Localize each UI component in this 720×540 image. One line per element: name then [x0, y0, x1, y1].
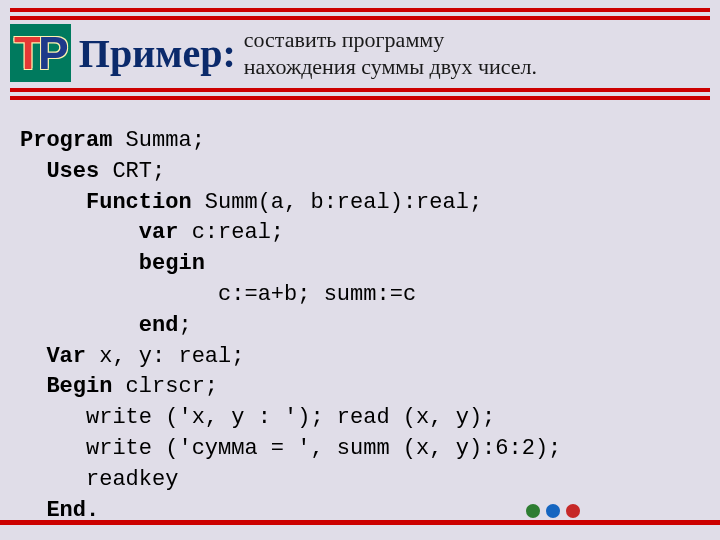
divider-bottom	[0, 520, 720, 525]
code-listing: Program Summa; Uses CRT; Function Summ(a…	[0, 114, 720, 536]
kw-begin2: Begin	[46, 374, 112, 399]
dot-green-icon	[526, 504, 540, 518]
kw-program: Program	[20, 128, 112, 153]
divider-top-4	[10, 96, 710, 100]
logo-letter-t: T	[14, 27, 38, 79]
subtitle-line-1: составить программу	[244, 27, 444, 52]
header-content: TP Пример: составить программу нахождени…	[10, 24, 710, 82]
tp-logo: TP	[10, 24, 71, 82]
code-text: x, y: real;	[86, 344, 244, 369]
code-text: Summa;	[112, 128, 204, 153]
code-text: c:real;	[178, 220, 284, 245]
kw-function: Function	[86, 190, 192, 215]
code-text: readkey	[86, 467, 178, 492]
code-text: clrscr;	[112, 374, 218, 399]
divider-top-3	[10, 88, 710, 92]
code-text: ;	[178, 313, 191, 338]
divider-top-1	[10, 8, 710, 12]
slide-title: Пример:	[79, 30, 236, 77]
divider-top-2	[10, 16, 710, 20]
kw-uses: Uses	[46, 159, 99, 184]
code-text: Summ(a, b:real):real;	[192, 190, 482, 215]
logo-letter-p: P	[38, 27, 67, 79]
code-text: write ('сумма = ', summ (x, y):6:2);	[86, 436, 561, 461]
code-text: c:=a+b; summ:=c	[218, 282, 416, 307]
kw-end2: End.	[46, 498, 99, 523]
kw-var2: Var	[46, 344, 86, 369]
dot-blue-icon	[546, 504, 560, 518]
dot-red-icon	[566, 504, 580, 518]
decorative-dots	[526, 504, 580, 518]
subtitle-line-2: нахождения суммы двух чисел.	[244, 54, 537, 79]
kw-begin: begin	[139, 251, 205, 276]
code-text: CRT;	[99, 159, 165, 184]
slide-subtitle: составить программу нахождения суммы дву…	[244, 26, 710, 81]
kw-var: var	[139, 220, 179, 245]
kw-end: end	[139, 313, 179, 338]
code-text: write ('x, y : '); read (x, y);	[86, 405, 495, 430]
slide-header: TP Пример: составить программу нахождени…	[0, 0, 720, 114]
